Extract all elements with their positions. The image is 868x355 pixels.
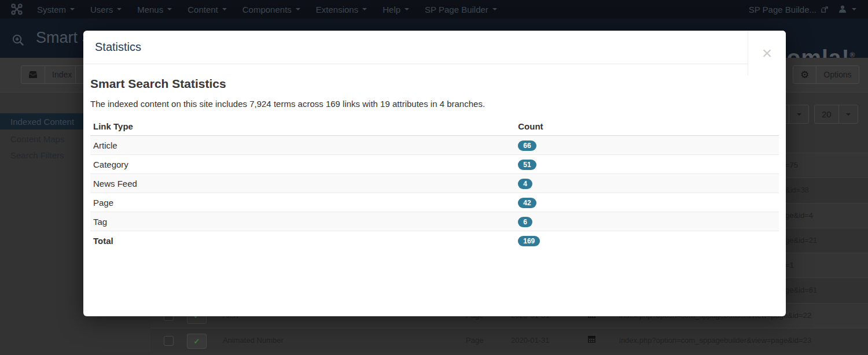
admin-screen: System Users Menus Content Components Ex… bbox=[0, 0, 868, 355]
item-url: ge&id=4 bbox=[785, 211, 813, 220]
list-item[interactable]: Animated Number Page 2020-01-31 index.ph… bbox=[150, 328, 868, 353]
menu-users[interactable]: Users bbox=[90, 5, 122, 14]
chevron-down-icon bbox=[362, 8, 367, 10]
table-row: Category 51 bbox=[90, 155, 779, 174]
options-button[interactable]: Options bbox=[793, 65, 859, 84]
row-checkbox[interactable] bbox=[164, 336, 174, 346]
modal-header: Statistics × bbox=[83, 31, 786, 64]
topnav-right: SP Page Builde... bbox=[749, 0, 856, 19]
statistics-modal: Statistics × Smart Search Statistics The… bbox=[83, 31, 786, 316]
joomla-logo-icon bbox=[11, 3, 23, 15]
item-url: =1 bbox=[785, 261, 794, 269]
page-size-value: 20 bbox=[815, 105, 838, 123]
index-button-label: Index bbox=[45, 66, 79, 83]
chevron-down-icon bbox=[404, 8, 409, 10]
modal-title: Statistics bbox=[95, 40, 141, 54]
close-icon[interactable]: × bbox=[748, 31, 786, 75]
user-icon bbox=[838, 5, 847, 14]
item-url: index.php?option=com_sppagebuilder&view=… bbox=[619, 336, 811, 345]
user-menu[interactable] bbox=[838, 5, 856, 14]
main-menu: System Users Menus Content Components Ex… bbox=[37, 0, 497, 19]
chevron-down-icon bbox=[492, 8, 497, 10]
stats-heading: Smart Search Statistics bbox=[90, 77, 779, 91]
chevron-down-icon bbox=[70, 8, 75, 10]
top-navbar: System Users Menus Content Components Ex… bbox=[0, 0, 868, 19]
count-badge: 4 bbox=[518, 179, 532, 189]
page-size-select[interactable]: 20 bbox=[814, 105, 858, 124]
index-button[interactable]: Index bbox=[21, 65, 79, 84]
chevron-down-icon bbox=[167, 8, 172, 10]
count-badge: 66 bbox=[518, 140, 536, 151]
menu-help[interactable]: Help bbox=[382, 5, 409, 14]
site-preview-link[interactable]: SP Page Builde... bbox=[749, 5, 829, 14]
item-url: ge&id=21 bbox=[785, 236, 817, 245]
table-row: Article 66 bbox=[90, 136, 779, 155]
stats-table: Link Type Count Article 66 Category 51 N… bbox=[90, 117, 779, 250]
column-header-link-type: Link Type bbox=[90, 117, 515, 136]
menu-sp-page-builder[interactable]: SP Page Builder bbox=[425, 5, 497, 14]
menu-components[interactable]: Components bbox=[242, 5, 300, 14]
external-link-icon bbox=[821, 6, 829, 13]
gear-icon bbox=[793, 66, 816, 83]
chevron-down-icon bbox=[838, 105, 858, 123]
menu-menus[interactable]: Menus bbox=[137, 5, 172, 14]
column-header-count: Count bbox=[515, 117, 779, 136]
total-label: Total bbox=[90, 231, 515, 250]
chevron-down-icon bbox=[296, 8, 300, 10]
publish-toggle-button[interactable] bbox=[187, 334, 207, 349]
link-type-cell: Article bbox=[90, 136, 515, 155]
item-url: =75 bbox=[785, 161, 798, 169]
menu-content[interactable]: Content bbox=[187, 5, 227, 14]
link-type-cell: Category bbox=[90, 155, 515, 174]
link-type-cell: Page bbox=[90, 193, 515, 212]
options-button-label: Options bbox=[816, 66, 858, 83]
menu-system[interactable]: System bbox=[37, 5, 75, 14]
item-type: Page bbox=[466, 336, 483, 345]
item-date: 2020-01-31 bbox=[511, 336, 550, 345]
table-total-row: Total 169 bbox=[90, 231, 779, 250]
link-type-cell: Tag bbox=[90, 212, 515, 231]
count-badge: 6 bbox=[518, 217, 532, 227]
chevron-down-icon bbox=[789, 105, 808, 123]
link-type-cell: News Feed bbox=[90, 174, 515, 193]
chevron-down-icon bbox=[852, 8, 856, 10]
modal-body: Smart Search Statistics The indexed cont… bbox=[83, 64, 786, 250]
chevron-down-icon bbox=[117, 8, 122, 10]
table-row: Page 42 bbox=[90, 193, 779, 212]
check-icon bbox=[194, 337, 200, 346]
stats-summary: The indexed content on this site include… bbox=[90, 99, 779, 109]
item-url: ge&id=61 bbox=[785, 286, 817, 294]
item-url: &id=38 bbox=[785, 186, 809, 194]
table-row: Tag 6 bbox=[90, 212, 779, 231]
menu-extensions[interactable]: Extensions bbox=[316, 5, 367, 14]
smart-search-icon bbox=[12, 34, 25, 47]
archive-icon bbox=[21, 66, 45, 83]
chevron-down-icon bbox=[222, 8, 227, 10]
count-badge: 42 bbox=[518, 198, 536, 208]
count-badge: 51 bbox=[518, 160, 536, 170]
calendar-icon bbox=[587, 335, 596, 343]
total-count-badge: 169 bbox=[518, 236, 540, 246]
table-row: News Feed 4 bbox=[90, 174, 779, 193]
item-title: Animated Number bbox=[223, 336, 284, 345]
